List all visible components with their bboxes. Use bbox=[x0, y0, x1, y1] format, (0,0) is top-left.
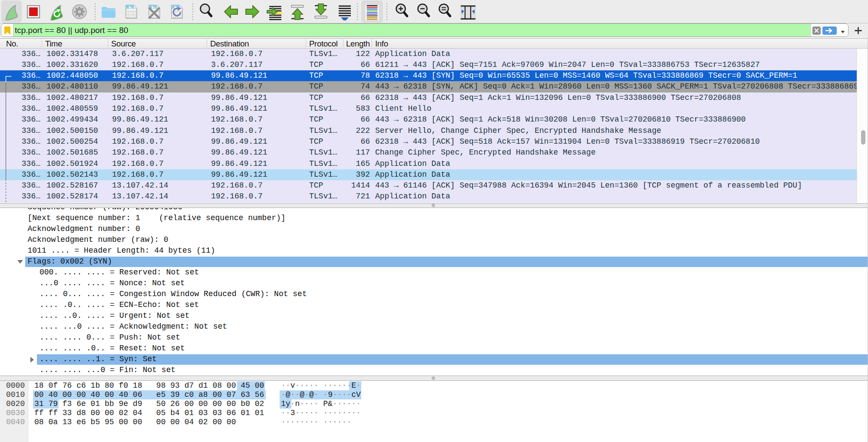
svg-text:01110: 01110 bbox=[127, 16, 136, 20]
svg-text:01110: 01110 bbox=[173, 16, 182, 20]
